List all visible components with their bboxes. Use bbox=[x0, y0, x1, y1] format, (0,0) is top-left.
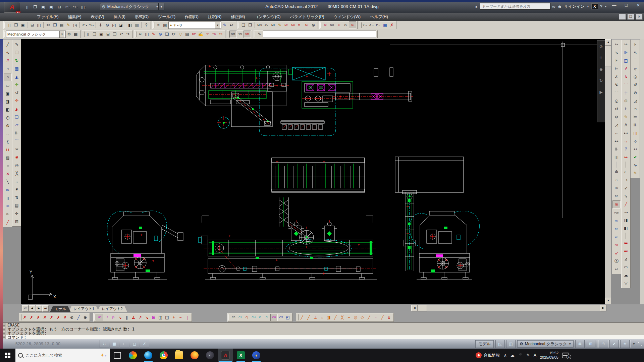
pan-hand-icon[interactable]: ✛ bbox=[598, 55, 604, 61]
h0-icon[interactable]: H0 bbox=[96, 314, 103, 321]
undo-icon[interactable]: ↶▾ bbox=[81, 22, 88, 28]
zoom-window-icon[interactable]: ◰ bbox=[111, 22, 117, 28]
rect-detail-3-icon[interactable]: ◧ bbox=[4, 106, 11, 113]
nt-icon[interactable]: NT bbox=[613, 241, 620, 249]
maximize-button[interactable]: □ bbox=[623, 3, 630, 8]
fcf-icon[interactable]: ⊕1 bbox=[613, 265, 620, 273]
power-3-icon[interactable]: ⊦ϟ bbox=[632, 105, 639, 113]
tab-レイアウト2[interactable]: レイアウト2 bbox=[97, 306, 127, 312]
target-icon[interactable]: ⊕ bbox=[82, 314, 89, 321]
line-point-icon[interactable]: ╱ bbox=[75, 314, 82, 321]
ws-panel-icon[interactable]: ▩ bbox=[72, 31, 79, 38]
menu-item-4[interactable]: 形式(O) bbox=[130, 14, 153, 20]
open-icon[interactable]: ❒ bbox=[13, 22, 19, 28]
c-dash-icon[interactable]: C: bbox=[257, 314, 264, 321]
roughness-icon[interactable]: ≋ bbox=[612, 200, 621, 208]
clipboard-icon[interactable]: ❏ bbox=[164, 31, 170, 38]
polar-toggle[interactable]: ∠ bbox=[140, 340, 149, 348]
menu-item-9[interactable]: コンテンツ(C) bbox=[250, 14, 285, 20]
erase-red-icon[interactable]: ✕ bbox=[4, 170, 11, 178]
dim-arc3-icon[interactable]: ⌒ bbox=[632, 57, 639, 64]
menu-item-5[interactable]: ツール(T) bbox=[153, 14, 180, 20]
c1-icon[interactable]: C1 bbox=[237, 314, 244, 321]
funnel-icon[interactable]: ▽ bbox=[177, 31, 184, 38]
u-profile-icon[interactable]: ⊔ bbox=[4, 146, 11, 154]
doc-close-button[interactable]: ✕ bbox=[636, 14, 643, 20]
arrow-left2-icon[interactable]: ⇠ bbox=[622, 168, 630, 176]
os-poly-icon[interactable]: ◇ bbox=[359, 314, 366, 321]
taskbar-app-paint-app[interactable]: ♦ bbox=[249, 349, 264, 362]
array-icon[interactable]: ▦ bbox=[13, 65, 20, 72]
ime-indicator[interactable]: A bbox=[534, 353, 536, 358]
scroll-right-button[interactable]: ▶ bbox=[600, 305, 606, 311]
sign-in-button[interactable]: サインイン bbox=[564, 4, 585, 9]
align-icon[interactable]: ✛ bbox=[13, 210, 20, 217]
os-end-icon[interactable]: ╱ bbox=[299, 314, 305, 321]
menu-item-0[interactable]: ファイル(F) bbox=[32, 14, 63, 20]
stack-icon[interactable]: ▤ bbox=[184, 31, 191, 38]
angle-r-icon[interactable]: ∡ bbox=[130, 314, 137, 321]
pedit-icon[interactable]: ⇅ bbox=[13, 194, 20, 201]
pe-5-icon[interactable]: ✗ bbox=[48, 314, 55, 321]
dim-insert-icon[interactable]: ⊕ bbox=[622, 97, 630, 105]
box-fit1-icon[interactable]: ◨ bbox=[622, 217, 630, 224]
phi-icon[interactable]: Φ bbox=[613, 168, 620, 176]
t-s-icon[interactable]: T⁄S bbox=[237, 31, 244, 38]
ang-3-icon[interactable]: ◿ bbox=[632, 97, 639, 105]
panel-icon[interactable]: ◫ bbox=[144, 31, 150, 38]
parallel-icon[interactable]: ∥ bbox=[123, 314, 130, 321]
expand-arrow-icon[interactable]: ▸ bbox=[476, 4, 478, 9]
taskbar-app-excel[interactable]: X bbox=[233, 349, 249, 362]
redo-icon[interactable]: ↷▾ bbox=[88, 22, 95, 28]
panel2-icon[interactable]: ▭ bbox=[622, 263, 630, 271]
zoom-object-icon[interactable]: ❏ bbox=[240, 22, 247, 28]
taskbar-app-copilot[interactable] bbox=[125, 349, 141, 362]
dash-red2-icon[interactable]: ≕ bbox=[622, 247, 630, 255]
workspace-switcher[interactable]: ⚙ Mechanical クラシック ▼ bbox=[517, 340, 574, 348]
menu-item-1[interactable]: 編集(E) bbox=[63, 14, 86, 20]
dim-help-icon[interactable]: ? bbox=[622, 145, 630, 153]
pe-2-icon[interactable]: ✗ bbox=[28, 314, 35, 321]
os-center-icon[interactable]: ◎ bbox=[352, 314, 359, 321]
s-frame-icon[interactable]: S▫ bbox=[322, 22, 329, 28]
datum-a-icon[interactable]: Ⓐ bbox=[613, 257, 620, 265]
new-icon[interactable]: ▯ bbox=[6, 22, 13, 28]
dim-chain-icon[interactable]: ⊷ bbox=[613, 137, 620, 145]
fillet-r4-icon[interactable]: R4 bbox=[4, 186, 11, 194]
taskbar-app-file-explorer[interactable] bbox=[171, 349, 187, 362]
os-quad-icon[interactable]: ◨ bbox=[325, 314, 332, 321]
m-minus-icon[interactable]: M− bbox=[297, 22, 303, 28]
workspace-combo[interactable]: Mechanical クラシック ▼ bbox=[6, 31, 66, 38]
polyline-icon[interactable]: ∿ bbox=[4, 49, 11, 56]
weather-widget[interactable]: ๑ 台風情報 bbox=[476, 352, 500, 358]
brush-icon[interactable]: ✎ bbox=[276, 22, 283, 28]
pcd-icon[interactable]: PCD bbox=[613, 209, 620, 217]
match-layer-icon[interactable]: ✎ bbox=[221, 22, 228, 28]
hatch-icon[interactable]: ▨ bbox=[4, 154, 11, 162]
horizontal-scroll-thumb[interactable] bbox=[418, 305, 427, 311]
resize-grip[interactable] bbox=[638, 342, 642, 346]
s-slash-icon[interactable]: S⁄ bbox=[335, 22, 342, 28]
arc-icon[interactable]: ⌢ bbox=[4, 130, 11, 137]
box-fit2-icon[interactable]: ◧ bbox=[622, 225, 630, 232]
showmotion-icon[interactable]: ▶ bbox=[598, 89, 604, 96]
chip-icon[interactable]: ⊞ bbox=[586, 340, 595, 348]
revcloud-icon[interactable]: ☁ bbox=[622, 272, 630, 279]
help-dropdown-icon[interactable]: ▼ bbox=[604, 5, 607, 8]
switch-icon[interactable]: ↰ bbox=[599, 340, 608, 348]
red-pencil-icon[interactable]: ✎ bbox=[150, 31, 157, 38]
nine-icon[interactable]: |9 bbox=[110, 314, 117, 321]
os-mid-icon[interactable]: ╱ bbox=[305, 314, 312, 321]
m-plus-icon[interactable]: M+ bbox=[283, 22, 290, 28]
close-button[interactable]: ✕ bbox=[635, 3, 642, 8]
layer-previous-icon[interactable]: ↩ bbox=[228, 22, 235, 28]
s-o-icon[interactable]: SO bbox=[329, 22, 335, 28]
pe-4-icon[interactable]: ✗ bbox=[42, 314, 48, 321]
dim-ordinate-icon[interactable]: ⌐ bbox=[613, 129, 620, 137]
taskbar-app-chrome[interactable] bbox=[156, 349, 171, 362]
rotate-green-icon[interactable]: ↻ bbox=[13, 57, 20, 64]
binoculars-icon[interactable]: ∞ bbox=[552, 4, 555, 9]
menu-item-8[interactable]: 修正(M) bbox=[226, 14, 250, 20]
zoom-blue-icon[interactable]: ⊙ bbox=[157, 31, 164, 38]
tab-モデル[interactable]: モデル bbox=[50, 306, 71, 312]
